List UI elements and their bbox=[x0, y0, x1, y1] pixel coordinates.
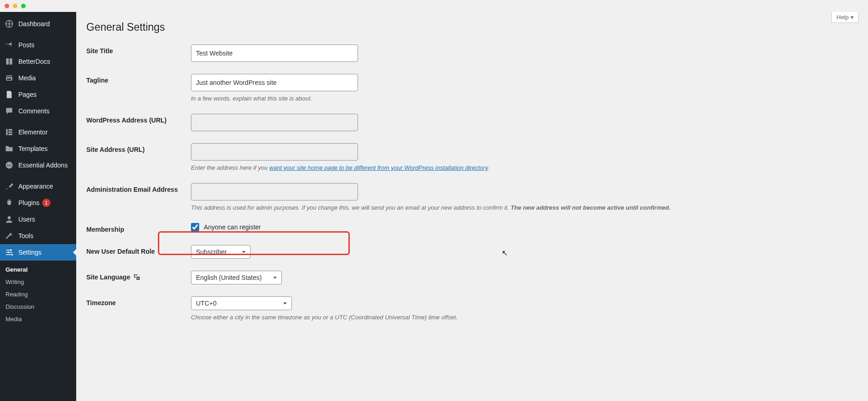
default-role-select[interactable]: Subscriber bbox=[191, 245, 251, 259]
sidebar-label: Comments bbox=[18, 107, 50, 115]
dashboard-icon bbox=[5, 19, 14, 28]
sidebar-label: Dashboard bbox=[18, 20, 50, 28]
svg-point-8 bbox=[11, 254, 13, 255]
sidebar-item-users[interactable]: Users bbox=[0, 211, 76, 228]
plug-icon bbox=[5, 198, 14, 207]
sidebar-label: Settings bbox=[18, 249, 42, 256]
help-tab[interactable]: Help ▾ bbox=[831, 12, 859, 23]
admin-email-description: This address is used for admin purposes.… bbox=[191, 204, 859, 211]
svg-point-7 bbox=[8, 251, 9, 253]
row-wp-url: WordPress Address (URL) bbox=[86, 114, 859, 131]
label-admin-email: Administration Email Address bbox=[86, 183, 191, 193]
sidebar-item-tools[interactable]: Tools bbox=[0, 228, 76, 244]
comment-icon bbox=[5, 106, 14, 116]
membership-checkbox[interactable] bbox=[191, 223, 199, 231]
submenu-item-writing[interactable]: Writing bbox=[0, 276, 76, 288]
label-site-title: Site Title bbox=[86, 45, 191, 55]
row-site-url: Site Address (URL) Enter the address her… bbox=[86, 143, 859, 171]
docs-icon bbox=[5, 57, 14, 66]
membership-checkbox-label: Anyone can register bbox=[204, 223, 261, 231]
sidebar-label: Plugins bbox=[18, 199, 39, 206]
sidebar-item-essential-addons[interactable]: EA Essential Addons bbox=[0, 157, 76, 173]
label-site-language: Site Language bbox=[86, 271, 191, 281]
sidebar-item-media[interactable]: Media bbox=[0, 70, 76, 86]
wrench-icon bbox=[5, 231, 14, 240]
admin-email-input[interactable] bbox=[191, 183, 358, 200]
row-tagline: Tagline In a few words, explain what thi… bbox=[86, 74, 859, 102]
sidebar-item-pages[interactable]: Pages bbox=[0, 86, 76, 103]
sidebar-item-templates[interactable]: Templates bbox=[0, 140, 76, 157]
user-icon bbox=[5, 215, 14, 224]
tagline-description: In a few words, explain what this site i… bbox=[191, 95, 859, 102]
elementor-icon bbox=[5, 128, 14, 137]
submenu-item-discussion[interactable]: Discussion bbox=[0, 301, 76, 313]
sidebar-label: Templates bbox=[18, 145, 48, 152]
page-title: General Settings bbox=[86, 21, 859, 33]
label-wp-url: WordPress Address (URL) bbox=[86, 114, 191, 124]
maximize-window-icon[interactable] bbox=[21, 4, 26, 8]
sliders-icon bbox=[5, 248, 14, 257]
ea-badge-icon: EA bbox=[5, 161, 14, 170]
site-url-description: Enter the address here if you want your … bbox=[191, 164, 859, 171]
sidebar-item-posts[interactable]: Posts bbox=[0, 37, 76, 53]
label-timezone: Timezone bbox=[86, 296, 191, 306]
window-title-bar bbox=[0, 0, 868, 12]
chevron-down-icon: ▾ bbox=[851, 14, 854, 21]
sidebar-label: Users bbox=[18, 216, 35, 223]
page-icon bbox=[5, 90, 14, 99]
sidebar-label: Essential Addons bbox=[18, 162, 67, 169]
sidebar-label: Posts bbox=[18, 41, 34, 49]
label-membership: Membership bbox=[86, 223, 191, 233]
sidebar-item-settings[interactable]: Settings bbox=[0, 244, 76, 261]
row-default-role: New User Default Role Subscriber bbox=[86, 245, 859, 259]
site-url-input[interactable] bbox=[191, 143, 358, 161]
sidebar-label: Tools bbox=[18, 232, 34, 239]
media-icon bbox=[5, 73, 14, 83]
update-badge: 1 bbox=[42, 199, 50, 207]
sidebar-item-elementor[interactable]: Elementor bbox=[0, 124, 76, 140]
submenu-item-reading[interactable]: Reading bbox=[0, 288, 76, 301]
folder-icon bbox=[5, 144, 14, 153]
submenu-item-general[interactable]: General bbox=[0, 263, 76, 276]
row-membership: Membership Anyone can register bbox=[86, 223, 859, 233]
site-title-input[interactable] bbox=[191, 45, 358, 62]
membership-checkbox-wrap[interactable]: Anyone can register bbox=[191, 223, 859, 231]
wp-url-input[interactable] bbox=[191, 114, 358, 131]
svg-rect-2 bbox=[8, 131, 12, 133]
svg-text:EA: EA bbox=[7, 164, 11, 167]
site-url-link[interactable]: want your site home page to be different… bbox=[269, 164, 488, 171]
label-tagline: Tagline bbox=[86, 74, 191, 84]
sidebar-label: Appearance bbox=[18, 183, 53, 190]
help-label: Help bbox=[836, 14, 849, 21]
brush-icon bbox=[5, 182, 14, 191]
label-default-role: New User Default Role bbox=[86, 245, 191, 255]
sidebar-item-betterdocs[interactable]: BetterDocs bbox=[0, 53, 76, 70]
row-admin-email: Administration Email Address This addres… bbox=[86, 183, 859, 211]
timezone-select[interactable]: UTC+0 bbox=[191, 296, 292, 310]
minimize-window-icon[interactable] bbox=[13, 4, 17, 8]
sidebar-label: BetterDocs bbox=[18, 58, 50, 65]
admin-sidebar: Dashboard Posts BetterDocs Media Pages C… bbox=[0, 12, 76, 401]
sidebar-label: Media bbox=[18, 74, 36, 82]
tagline-input[interactable] bbox=[191, 74, 358, 91]
svg-rect-3 bbox=[8, 134, 12, 135]
row-timezone: Timezone UTC+0 Choose either a city in t… bbox=[86, 296, 859, 321]
svg-rect-1 bbox=[8, 129, 12, 130]
label-site-url: Site Address (URL) bbox=[86, 143, 191, 153]
svg-point-6 bbox=[10, 249, 11, 251]
svg-rect-0 bbox=[6, 129, 7, 135]
sidebar-item-appearance[interactable]: Appearance bbox=[0, 178, 76, 195]
sidebar-label: Pages bbox=[18, 91, 37, 98]
site-language-select[interactable]: English (United States) bbox=[191, 271, 282, 284]
settings-submenu: General Writing Reading Discussion Media bbox=[0, 261, 76, 328]
submenu-item-media[interactable]: Media bbox=[0, 313, 76, 325]
sidebar-item-comments[interactable]: Comments bbox=[0, 103, 76, 119]
close-window-icon[interactable] bbox=[5, 4, 9, 8]
pin-icon bbox=[5, 40, 14, 50]
settings-content: Help ▾ General Settings Site Title Tagli… bbox=[76, 12, 868, 401]
sidebar-label: Elementor bbox=[18, 128, 48, 136]
timezone-description: Choose either a city in the same timezon… bbox=[191, 314, 859, 321]
sidebar-item-dashboard[interactable]: Dashboard bbox=[0, 16, 76, 32]
sidebar-item-plugins[interactable]: Plugins 1 bbox=[0, 195, 76, 211]
row-site-title: Site Title bbox=[86, 45, 859, 62]
